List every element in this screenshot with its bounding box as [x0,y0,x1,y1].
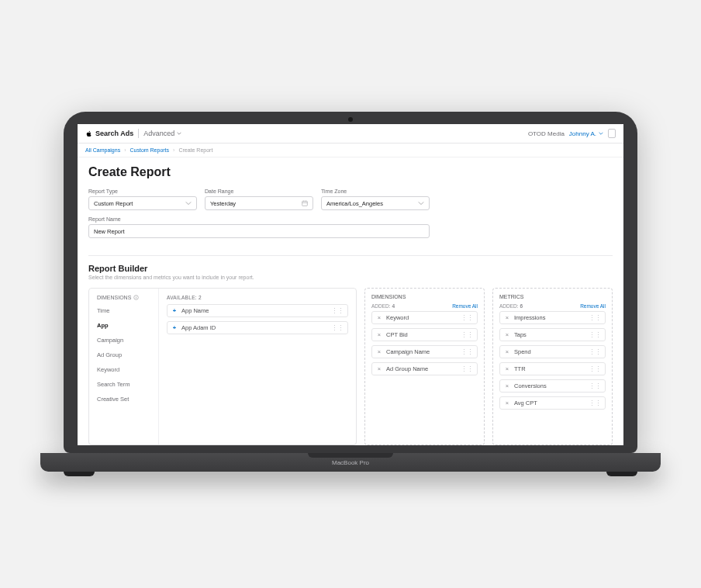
drag-handle-icon[interactable]: ⋮⋮ [589,348,602,356]
category-creative-set[interactable]: Creative Set [89,392,158,406]
brand: Search Ads [85,130,133,137]
remove-icon[interactable]: × [503,314,511,321]
added-metric-item[interactable]: × Spend ⋮⋮ [499,345,606,358]
drag-handle-icon[interactable]: ⋮⋮ [331,324,344,332]
user-menu[interactable]: Johnny A. [569,130,603,137]
notifications-icon[interactable] [608,129,616,138]
drag-handle-icon[interactable]: ⋮⋮ [461,365,474,373]
drag-handle-icon[interactable]: ⋮⋮ [461,348,474,356]
chevron-down-icon [599,131,603,136]
added-metric-item[interactable]: × Conversions ⋮⋮ [499,379,606,393]
drag-handle-icon[interactable]: ⋮⋮ [589,382,602,390]
date-range-label: Date Range [205,189,313,194]
added-item-label: Ad Group Name [386,365,461,372]
chevron-down-icon [177,131,181,136]
category-keyword[interactable]: Keyword [89,362,158,377]
report-type-select[interactable]: Custom Report [88,196,197,210]
drag-handle-icon[interactable]: ⋮⋮ [589,399,602,407]
metrics-drop-panel[interactable]: METRICS ADDED: 6 Remove All [492,288,613,445]
available-item[interactable]: + App Adam ID ⋮⋮ [167,321,348,334]
dimensions-drop-panel[interactable]: DIMENSIONS ADDED: 4 Remove All [364,288,485,445]
remove-icon[interactable]: × [375,365,383,372]
added-item-label: TTR [514,365,589,372]
time-zone-select[interactable]: America/Los_Angeles [321,196,430,210]
added-item-label: Impressions [514,314,589,321]
available-label: AVAILABLE: [167,295,197,300]
category-campaign[interactable]: Campaign [89,333,158,348]
remove-icon[interactable]: × [375,331,383,338]
added-metric-item[interactable]: × Impressions ⋮⋮ [499,311,606,324]
laptop-deck: MacBook Pro [40,453,661,472]
remove-icon[interactable]: × [375,348,383,355]
added-metric-item[interactable]: × TTR ⋮⋮ [499,362,606,375]
builder-title: Report Builder [88,264,613,273]
drag-handle-icon[interactable]: ⋮⋮ [589,314,602,322]
info-icon[interactable] [133,295,139,300]
drag-handle-icon[interactable]: ⋮⋮ [461,331,474,339]
category-time[interactable]: Time [89,303,158,318]
drag-handle-icon[interactable]: ⋮⋮ [589,365,602,373]
drop-metrics-title: METRICS [499,294,524,299]
breadcrumb-current: Create Report [178,147,212,153]
deck-label: MacBook Pro [332,459,369,466]
svg-point-6 [136,296,136,297]
drag-handle-icon[interactable]: ⋮⋮ [461,314,474,322]
remove-all-dimensions[interactable]: Remove All [452,303,478,309]
top-navbar: Search Ads Advanced OTOD Media Johnny A. [78,124,623,144]
available-item[interactable]: + App Name ⋮⋮ [167,304,348,317]
separator: › [124,147,126,153]
categories-header: DIMENSIONS [97,295,131,300]
added-item-label: Spend [514,348,589,355]
breadcrumb-link[interactable]: Custom Reports [129,147,169,153]
drag-handle-icon[interactable]: ⋮⋮ [331,307,344,315]
category-app[interactable]: App [89,318,158,333]
breadcrumb: All Campaigns › Custom Reports › Create … [78,144,623,157]
remove-all-metrics[interactable]: Remove All [580,303,606,309]
calendar-icon [302,200,308,206]
report-type-label: Report Type [88,189,197,194]
remove-icon[interactable]: × [503,331,511,338]
remove-icon[interactable]: × [503,382,511,389]
added-count: 6 [520,303,523,309]
report-name-input[interactable]: New Report [88,224,430,238]
added-item-label: Keyword [386,314,461,321]
added-item-label: CPT Bid [386,331,461,338]
added-dimension-item[interactable]: × Keyword ⋮⋮ [371,311,478,324]
add-icon[interactable]: + [171,307,178,314]
added-dimension-item[interactable]: × CPT Bid ⋮⋮ [371,328,478,341]
added-item-label: Taps [514,331,589,338]
tier-label: Advanced [143,130,174,137]
user-name: Johnny A. [569,130,596,137]
page-title: Create Report [88,165,613,179]
category-search-term[interactable]: Search Term [89,377,158,392]
drop-dimensions-title: DIMENSIONS [371,294,406,299]
builder-subtitle: Select the dimensions and metrics you wa… [88,275,613,280]
date-range-select[interactable]: Yesterday [205,196,313,210]
added-dimension-item[interactable]: × Campaign Name ⋮⋮ [371,345,478,358]
time-zone-label: Time Zone [321,189,430,194]
date-range-value: Yesterday [210,200,236,207]
category-ad-group[interactable]: Ad Group [89,348,158,362]
separator: › [173,147,174,153]
dimensions-source-panel: DIMENSIONS Time App Campaign Ad Group Ke… [88,288,357,445]
add-icon[interactable]: + [171,324,178,331]
available-count: 2 [199,295,202,300]
svg-rect-0 [302,201,308,206]
added-metric-item[interactable]: × Avg CPT ⋮⋮ [499,396,606,410]
remove-icon[interactable]: × [503,365,511,372]
added-item-label: Conversions [514,382,589,389]
remove-icon[interactable]: × [503,348,511,355]
tier-dropdown[interactable]: Advanced [143,130,181,137]
report-name-value: New Report [94,228,125,235]
drag-handle-icon[interactable]: ⋮⋮ [589,331,602,339]
available-item-label: App Name [181,307,331,314]
added-metric-item[interactable]: × Taps ⋮⋮ [499,328,606,341]
apple-logo-icon [85,130,92,137]
remove-icon[interactable]: × [375,314,383,321]
divider [138,129,139,138]
added-dimension-item[interactable]: × Ad Group Name ⋮⋮ [371,362,478,375]
chevron-down-icon [185,200,192,206]
added-item-label: Campaign Name [386,348,461,355]
breadcrumb-link[interactable]: All Campaigns [85,147,120,153]
remove-icon[interactable]: × [503,399,511,406]
